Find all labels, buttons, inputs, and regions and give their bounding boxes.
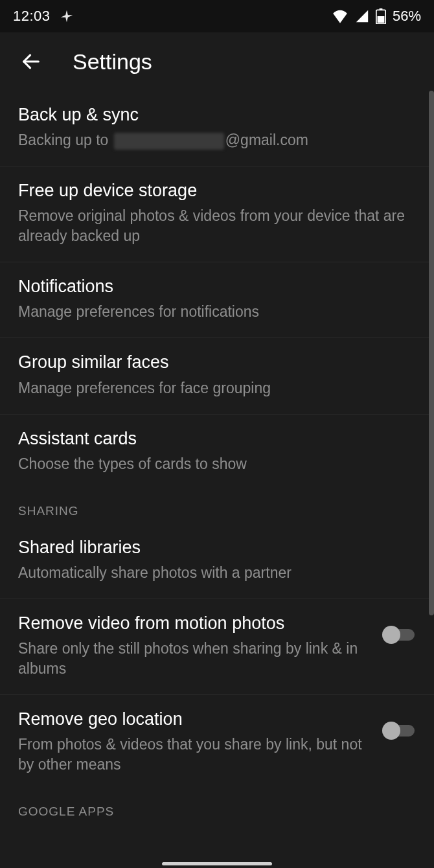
settings-item-free-storage[interactable]: Free up device storage Remove original p… [0,166,434,262]
page-title: Settings [73,49,152,74]
item-title: Free up device storage [18,179,416,202]
toggle-remove-geo[interactable] [382,722,416,740]
pinwheel-icon [60,9,74,23]
item-title: Assistant cards [18,428,416,450]
settings-item-assistant-cards[interactable]: Assistant cards Choose the types of card… [0,415,434,490]
item-subtitle: Choose the types of cards to show [18,454,416,474]
item-title: Group similar faces [18,351,416,374]
svg-rect-2 [378,16,385,23]
svg-rect-1 [380,8,383,10]
item-subtitle: Remove original photos & videos from you… [18,206,416,246]
settings-item-group-faces[interactable]: Group similar faces Manage preferences f… [0,338,434,414]
settings-item-notifications[interactable]: Notifications Manage preferences for not… [0,262,434,338]
cellular-icon [355,9,369,23]
section-sharing: SHARING [0,490,434,523]
status-bar: 12:03 56% [0,0,434,32]
status-time: 12:03 [13,8,51,25]
settings-header: Settings [0,32,434,91]
settings-item-backup-sync[interactable]: Back up & sync Backing up to @gmail.com [0,91,434,166]
scroll-indicator[interactable] [429,91,434,615]
item-subtitle: Manage preferences for face grouping [18,378,416,398]
item-title: Back up & sync [18,104,416,126]
settings-item-shared-libraries[interactable]: Shared libraries Automatically share pho… [0,523,434,599]
item-title: Notifications [18,275,416,298]
item-subtitle: Automatically share photos with a partne… [18,563,416,583]
battery-icon [376,8,386,24]
redacted-email [114,133,224,150]
item-subtitle: Manage preferences for notifications [18,302,416,322]
backup-prefix: Backing up to [18,131,113,148]
backup-suffix: @gmail.com [225,131,308,148]
settings-list: Back up & sync Backing up to @gmail.com … [0,91,434,824]
item-title: Shared libraries [18,536,416,559]
wifi-icon [332,9,348,23]
item-subtitle: Share only the still photos when sharing… [18,639,372,679]
toggle-remove-video[interactable] [382,626,416,644]
settings-item-remove-video[interactable]: Remove video from motion photos Share on… [0,599,434,695]
item-subtitle: From photos & videos that you share by l… [18,735,372,775]
section-google-apps: GOOGLE APPS [0,790,434,824]
item-title: Remove geo location [18,708,372,731]
back-button[interactable] [18,49,44,74]
battery-percent: 56% [393,8,421,25]
home-indicator[interactable] [162,862,272,865]
item-subtitle: Backing up to @gmail.com [18,130,416,150]
item-title: Remove video from motion photos [18,612,372,635]
settings-item-remove-geo[interactable]: Remove geo location From photos & videos… [0,695,434,790]
